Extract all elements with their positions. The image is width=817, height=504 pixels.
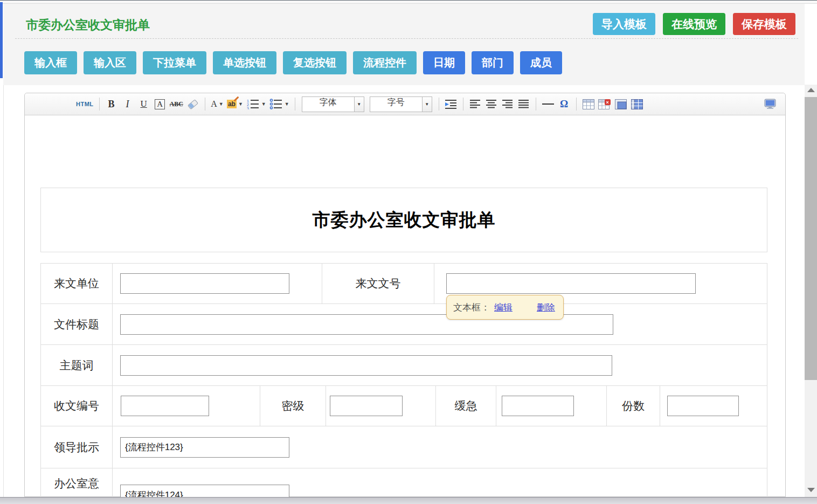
insert-table-button[interactable] bbox=[582, 97, 595, 111]
svg-text:3: 3 bbox=[247, 107, 249, 109]
chevron-down-icon: ▼ bbox=[219, 101, 224, 107]
chevron-down-icon[interactable]: ▼ bbox=[422, 97, 432, 112]
align-center-button[interactable] bbox=[485, 97, 498, 111]
insert-member-button[interactable]: 成员 bbox=[520, 51, 562, 74]
horizontal-rule-button[interactable] bbox=[542, 97, 555, 111]
template-actions: 导入模板 在线预览 保存模板 bbox=[593, 13, 795, 35]
approval-form-table: 来文单位 来文文号 文件标题 主题词 bbox=[40, 263, 767, 504]
insert-textarea-button[interactable]: 输入区 bbox=[84, 51, 136, 74]
unordered-list-button[interactable]: ▼ bbox=[269, 97, 289, 111]
form-title: 市委办公室收文审批单 bbox=[313, 208, 496, 232]
insert-flow-control-button[interactable]: 流程控件 bbox=[353, 51, 417, 74]
italic-button[interactable]: I bbox=[121, 97, 134, 111]
control-buttons-row: 输入框 输入区 下拉菜单 单选按钮 复选按钮 流程控件 日期 部门 成员 bbox=[24, 51, 562, 74]
rich-text-editor: HTML B I U A ABC A▼ ab▼ 1 2 3 bbox=[24, 93, 786, 497]
table-cell bbox=[660, 386, 767, 426]
scroll-up-arrow-icon[interactable] bbox=[807, 88, 815, 92]
maximize-editor-button[interactable] bbox=[764, 97, 777, 111]
insert-inputbox-button[interactable]: 输入框 bbox=[24, 51, 77, 74]
page-title: 市委办公室收文审批单 bbox=[26, 17, 150, 33]
table-row: 主题词 bbox=[41, 345, 767, 386]
secrecy-label: 密级 bbox=[260, 386, 326, 426]
indent-icon bbox=[445, 99, 458, 109]
insert-date-button[interactable]: 日期 bbox=[423, 51, 465, 74]
table-cell bbox=[113, 264, 322, 303]
special-char-button[interactable]: Ω bbox=[558, 97, 571, 111]
chevron-down-icon[interactable]: ▼ bbox=[354, 97, 364, 112]
highlight-icon: ab bbox=[227, 100, 237, 108]
delete-table-icon: × bbox=[598, 99, 611, 109]
table-cell bbox=[326, 386, 436, 426]
control-tooltip: 文本框： 编辑 删除 bbox=[446, 295, 564, 320]
strikethrough-button[interactable]: ABC bbox=[170, 97, 183, 111]
highlight-color-button[interactable]: ab▼ bbox=[227, 97, 243, 111]
incoming-unit-input[interactable] bbox=[120, 273, 289, 294]
font-size-select[interactable]: 字号 ▼ bbox=[370, 96, 432, 112]
copies-label: 份数 bbox=[607, 386, 660, 426]
edit-control-link[interactable]: 编辑 bbox=[494, 301, 513, 314]
align-right-icon bbox=[502, 99, 513, 109]
align-right-button[interactable] bbox=[501, 97, 514, 111]
insert-department-button[interactable]: 部门 bbox=[472, 51, 514, 74]
eraser-button[interactable] bbox=[186, 97, 199, 111]
table-properties-button[interactable] bbox=[614, 97, 627, 111]
table-properties-icon bbox=[615, 99, 627, 109]
window-top-edge bbox=[0, 0, 817, 4]
scroll-down-arrow-icon[interactable] bbox=[807, 488, 815, 492]
cell-properties-button[interactable] bbox=[631, 97, 643, 111]
scrollbar-thumb[interactable] bbox=[805, 97, 817, 380]
insert-dropdown-button[interactable]: 下拉菜单 bbox=[143, 51, 206, 74]
indent-button[interactable] bbox=[445, 97, 458, 111]
delete-table-button[interactable]: × bbox=[598, 97, 611, 111]
urgency-label: 缓急 bbox=[436, 386, 496, 426]
save-template-button[interactable]: 保存模板 bbox=[733, 13, 795, 35]
boxed-a-icon: A bbox=[155, 99, 165, 109]
cell-properties-icon bbox=[631, 99, 643, 109]
receipt-no-input[interactable] bbox=[121, 396, 209, 416]
font-color-a-icon: A bbox=[211, 99, 217, 109]
editor-toolbar: HTML B I U A ABC A▼ ab▼ 1 2 3 bbox=[25, 93, 785, 115]
horizontal-rule-icon bbox=[542, 103, 554, 105]
editor-document[interactable]: 市委办公室收文审批单 来文单位 来文文号 文件标题 bbox=[25, 115, 785, 496]
table-row: 文件标题 bbox=[41, 304, 767, 345]
subject-words-input[interactable] bbox=[120, 355, 612, 376]
urgency-input[interactable] bbox=[502, 396, 574, 416]
toolbar-separator bbox=[205, 98, 205, 111]
insert-radio-button[interactable]: 单选按钮 bbox=[213, 51, 276, 74]
inline-style-button[interactable]: A bbox=[154, 97, 167, 111]
bold-button[interactable]: B bbox=[105, 97, 118, 111]
incoming-no-input[interactable] bbox=[446, 273, 696, 294]
html-source-button[interactable]: HTML bbox=[76, 97, 94, 111]
subject-words-label: 主题词 bbox=[41, 345, 113, 385]
window-bottom-edge bbox=[0, 497, 817, 504]
secrecy-input[interactable] bbox=[330, 396, 403, 416]
svg-text:2: 2 bbox=[247, 103, 249, 107]
table-row: 收文编号 密级 缓急 份数 bbox=[41, 386, 767, 426]
form-title-box: 市委办公室收文审批单 bbox=[40, 188, 767, 252]
table-row: 来文单位 来文文号 bbox=[41, 264, 767, 304]
control-type-label: 文本框： bbox=[453, 301, 490, 314]
align-left-button[interactable] bbox=[469, 97, 482, 111]
leader-remarks-flow-control[interactable] bbox=[120, 437, 289, 458]
vertical-scrollbar[interactable] bbox=[805, 85, 817, 497]
table-row: 领导批示 bbox=[41, 426, 767, 468]
ordered-list-button[interactable]: 1 2 3 ▼ bbox=[246, 97, 266, 111]
insert-checkbox-button[interactable]: 复选按钮 bbox=[283, 51, 347, 74]
font-family-select[interactable]: 字体 ▼ bbox=[302, 96, 364, 112]
toolbar-separator bbox=[576, 98, 577, 111]
font-size-value: 字号 bbox=[370, 97, 422, 112]
table-cell bbox=[113, 426, 767, 468]
table-cell bbox=[113, 345, 767, 385]
align-justify-button[interactable] bbox=[517, 97, 530, 111]
chevron-down-icon: ▼ bbox=[285, 101, 289, 107]
copies-input[interactable] bbox=[667, 396, 739, 416]
underline-button[interactable]: U bbox=[137, 97, 150, 111]
font-color-button[interactable]: A▼ bbox=[211, 97, 224, 111]
import-template-button[interactable]: 导入模板 bbox=[593, 13, 655, 35]
online-preview-button[interactable]: 在线预览 bbox=[663, 13, 725, 35]
font-family-value: 字体 bbox=[302, 97, 354, 112]
incoming-no-label: 来文文号 bbox=[322, 264, 434, 303]
header-divider bbox=[15, 38, 798, 39]
toolbar-separator bbox=[295, 98, 295, 111]
delete-control-link[interactable]: 删除 bbox=[537, 301, 555, 314]
